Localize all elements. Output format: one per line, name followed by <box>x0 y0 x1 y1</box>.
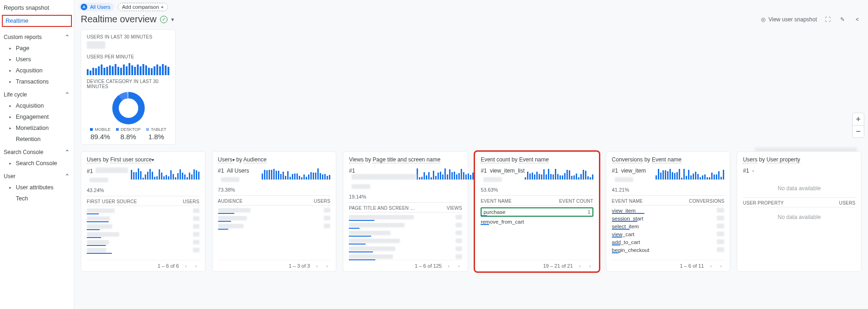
table-row[interactable] <box>87 206 199 214</box>
rank-value-redacted <box>352 184 370 189</box>
sidebar-item-transactions[interactable]: ▸Transactions <box>0 76 74 87</box>
view-user-snapshot-label: View user snapshot <box>768 16 817 23</box>
sidebar-item-label: Page <box>16 45 29 52</box>
card-footer: 1 – 3 of 3 ‹ › <box>218 260 331 269</box>
pagination-text: 1 – 6 of 6 <box>158 263 179 269</box>
device-category-donut <box>112 92 145 124</box>
rank-label-redacted <box>352 174 417 180</box>
metric-selector[interactable]: Event count <box>481 156 510 163</box>
table-row[interactable] <box>349 236 462 244</box>
table-row[interactable] <box>218 213 331 221</box>
dimension-selector[interactable]: Audience <box>244 156 267 163</box>
prev-button[interactable]: ‹ <box>314 263 320 269</box>
table-row[interactable]: add_to_cart <box>612 237 725 245</box>
col-head-b: EVENT COUNT <box>559 199 593 204</box>
table-row[interactable]: begin_checkout <box>612 245 725 253</box>
rank-percent: 19.14% <box>349 194 417 200</box>
table-row[interactable] <box>349 244 462 252</box>
share-icon[interactable]: < <box>853 15 862 24</box>
sidebar-section-custom[interactable]: Custom reports ⌃ <box>0 30 74 43</box>
table-row[interactable]: purchase1 <box>481 207 593 217</box>
chevron-down-icon[interactable]: ▾ <box>152 157 154 162</box>
segment-chip-all-users[interactable]: A All Users <box>79 3 114 11</box>
table-row[interactable] <box>349 212 462 220</box>
sidebar-item-search-console[interactable]: ▸Search Console <box>0 158 74 169</box>
sidebar-item-retention[interactable]: ▸Retention <box>0 134 74 145</box>
metric-selector[interactable]: Users <box>218 156 232 163</box>
add-comparison-label: Add comparison <box>122 4 159 10</box>
sidebar-section-user[interactable]: User ⌃ <box>0 169 74 182</box>
sidebar-item-label: Users <box>16 56 31 63</box>
next-button[interactable]: › <box>718 263 724 269</box>
table-row[interactable] <box>87 245 199 253</box>
dimension-selector[interactable]: Event name <box>652 156 682 163</box>
sidebar-item-reports-snapshot[interactable]: Reports snapshot <box>0 2 74 14</box>
fullscreen-icon[interactable]: ⛶ <box>823 15 832 24</box>
metric-selector[interactable]: Users <box>743 156 757 163</box>
sidebar-section-life[interactable]: Life cycle ⌃ <box>0 87 74 100</box>
dimension-selector[interactable]: Page title and screen name <box>373 156 440 163</box>
col-head-b: USERS <box>839 200 855 206</box>
sidebar-item-users[interactable]: ▸Users <box>0 54 74 65</box>
caret-right-icon: ▸ <box>9 57 13 62</box>
card-title: Users by User property <box>743 156 855 163</box>
table-row[interactable]: session_start <box>612 213 725 221</box>
topbar: A All Users Add comparison + <box>74 0 868 12</box>
table-row[interactable] <box>349 252 462 260</box>
add-comparison-button[interactable]: Add comparison + <box>118 3 168 11</box>
sidebar-item-monetization[interactable]: ▸Monetization <box>0 122 74 134</box>
table-row[interactable] <box>87 222 199 230</box>
segment-chip-label: All Users <box>90 4 110 10</box>
overview-users30-value-redacted <box>87 41 105 49</box>
dimension-selector[interactable]: First user source <box>110 156 152 163</box>
table-row[interactable] <box>87 230 199 238</box>
zoom-out-button[interactable]: − <box>853 125 864 137</box>
sidebar-item-engagement[interactable]: ▸Engagement <box>0 111 74 122</box>
titlebar: Realtime overview ✓ ▾ ◎ View user snapsh… <box>74 12 868 29</box>
sidebar-section-search[interactable]: Search Console ⌃ <box>0 145 74 158</box>
col-head-b: VIEWS <box>447 206 462 211</box>
sidebar-item-label: Acquisition <box>16 103 44 109</box>
table-row[interactable] <box>218 206 331 213</box>
prev-button[interactable]: ‹ <box>445 263 452 269</box>
col-head-a: EVENT NAME <box>481 199 512 204</box>
sidebar-item-tech[interactable]: ▸Tech <box>0 193 74 204</box>
status-ok-icon[interactable]: ✓ <box>160 16 167 23</box>
rank-label: All Users <box>227 167 249 174</box>
table-row[interactable]: view_cart <box>612 229 725 237</box>
table-row[interactable] <box>218 221 331 229</box>
table-row[interactable]: view_item <box>612 206 725 213</box>
table-row[interactable] <box>349 220 462 228</box>
chevron-down-icon[interactable]: ▾ <box>171 16 174 23</box>
zoom-in-button[interactable]: + <box>853 113 864 125</box>
table-row[interactable] <box>349 228 462 236</box>
sidebar-item-page[interactable]: ▸Page <box>0 43 74 54</box>
prev-button[interactable]: ‹ <box>577 263 583 269</box>
prev-button[interactable]: ‹ <box>707 263 714 269</box>
next-button[interactable]: › <box>456 263 462 269</box>
table-row[interactable]: select_item <box>612 221 725 229</box>
sidebar-item-user-attributes[interactable]: ▸User attributes <box>0 182 74 193</box>
table-row[interactable] <box>87 238 199 245</box>
sidebar-item-acqusition[interactable]: ▸Acqusition <box>0 65 74 76</box>
dimension-selector[interactable]: User property <box>766 156 800 163</box>
next-button[interactable]: › <box>324 263 330 269</box>
caret-right-icon: ▸ <box>9 68 13 73</box>
sidebar-item-realtime[interactable]: Realtime <box>2 15 72 27</box>
metric-selector[interactable]: Users <box>87 156 101 163</box>
metric-selector[interactable]: Conversions <box>612 156 643 163</box>
view-user-snapshot-button[interactable]: ◎ View user snapshot <box>761 16 817 23</box>
dimension-selector[interactable]: Event name <box>519 156 549 163</box>
sidebar-item-acquisition[interactable]: ▸Acquisition <box>0 100 74 111</box>
rows: view_itemsession_startselect_itemview_ca… <box>612 206 725 253</box>
chevron-up-icon: ⌃ <box>64 33 70 41</box>
next-button[interactable]: › <box>193 263 199 269</box>
metric-selector[interactable]: Views <box>349 156 364 163</box>
next-button[interactable]: › <box>587 263 593 269</box>
chevron-down-icon[interactable]: ▾ <box>232 157 235 162</box>
table-row[interactable]: remove_from_cart <box>481 217 593 225</box>
prev-button[interactable]: ‹ <box>183 263 189 269</box>
edit-icon[interactable]: ✎ <box>838 15 847 24</box>
sidebar-item-label: User attributes <box>16 184 53 191</box>
table-row[interactable] <box>87 214 199 222</box>
